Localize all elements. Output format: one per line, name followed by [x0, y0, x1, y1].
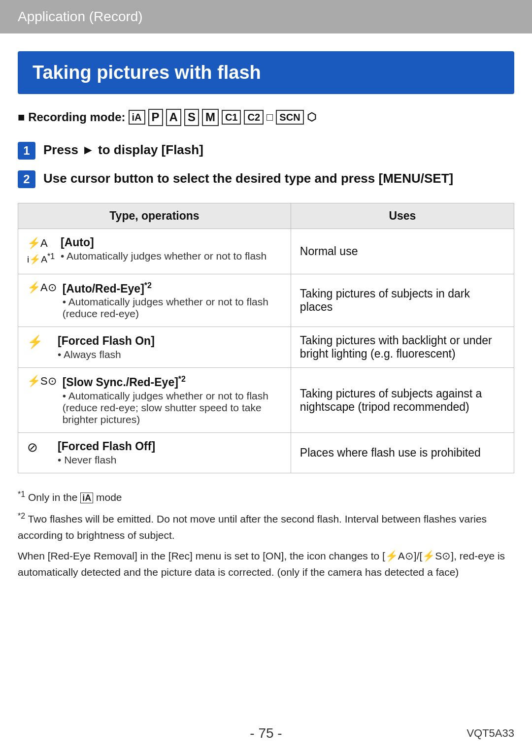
- flash-type-table: Type, operations Uses ⚡Ai⚡A*1 [Auto] • A…: [18, 203, 514, 473]
- flash-type-auto-desc: [Auto] • Automatically judges whether or…: [61, 236, 282, 262]
- flash-type-forced-on-desc: [Forced Flash On] • Always flash: [58, 334, 282, 361]
- table-cell-uses-auto: Normal use: [291, 229, 514, 274]
- mode-icon-c2: C2: [244, 110, 264, 125]
- recording-mode-line: ■ Recording mode: iA P A S M C1 C2 □ SCN…: [0, 109, 532, 141]
- table-cell-type: ⊘ [Forced Flash Off] • Never flash: [18, 433, 291, 473]
- footnote-3: When [Red-Eye Removal] in the [Rec] menu…: [18, 548, 514, 581]
- mode-icon-box-plain: □: [266, 111, 273, 124]
- table-cell-uses-slow-sync: Taking pictures of subjects against a ni…: [291, 368, 514, 433]
- table-header-uses: Uses: [291, 203, 514, 229]
- mode-icon-a: A: [166, 109, 181, 126]
- table-row: ⊘ [Forced Flash Off] • Never flash Place…: [18, 433, 514, 473]
- table-cell-type: ⚡ [Forced Flash On] • Always flash: [18, 327, 291, 368]
- table-cell-uses-auto-redeye: Taking pictures of subjects in dark plac…: [291, 274, 514, 327]
- flash-icon-slow-sync: ⚡S⊙: [27, 375, 57, 388]
- footnote-2: *2 Two flashes will be emitted. Do not m…: [18, 510, 514, 544]
- step-2-number: 2: [18, 170, 35, 188]
- footnotes-section: *1 Only in the iA mode *2 Two flashes wi…: [0, 488, 532, 581]
- step-2-text: Use cursor button to select the desired …: [43, 169, 453, 187]
- table-cell-uses-forced-off: Places where flash use is prohibited: [291, 433, 514, 473]
- page-number: - 75 -: [250, 725, 282, 741]
- mode-icon-scn: SCN: [276, 110, 303, 125]
- mode-icon-m: M: [202, 109, 219, 126]
- footnote-1: *1 Only in the iA mode: [18, 488, 514, 506]
- flash-icon-auto: ⚡Ai⚡A*1: [27, 236, 55, 267]
- page-header: Application (Record): [0, 0, 532, 33]
- table-cell-type: ⚡A⊙ [Auto/Red-Eye]*2 • Automatically jud…: [18, 274, 291, 327]
- mode-icon-p: P: [148, 109, 163, 126]
- table-row: ⚡Ai⚡A*1 [Auto] • Automatically judges wh…: [18, 229, 514, 274]
- table-row: ⚡S⊙ [Slow Sync./Red-Eye]*2 • Automatical…: [18, 368, 514, 433]
- flash-icon-forced-off: ⊘: [27, 440, 52, 455]
- step-1: 1 Press ► to display [Flash]: [18, 141, 514, 160]
- table-cell-type: ⚡S⊙ [Slow Sync./Red-Eye]*2 • Automatical…: [18, 368, 291, 433]
- mode-icon-custom: ⬡: [307, 111, 316, 124]
- page-footer: - 75 - VQT5A33: [0, 725, 532, 741]
- step-2: 2 Use cursor button to select the desire…: [18, 169, 514, 188]
- step-1-number: 1: [18, 142, 35, 160]
- table-cell-type: ⚡Ai⚡A*1 [Auto] • Automatically judges wh…: [18, 229, 291, 274]
- table-row: ⚡A⊙ [Auto/Red-Eye]*2 • Automatically jud…: [18, 274, 514, 327]
- mode-icon-ia: iA: [129, 110, 145, 125]
- document-code: VQT5A33: [466, 727, 514, 740]
- mode-icon-c1: C1: [222, 110, 241, 125]
- section-title-banner: Taking pictures with flash: [18, 51, 514, 94]
- flash-type-forced-off-desc: [Forced Flash Off] • Never flash: [58, 440, 282, 466]
- steps-container: 1 Press ► to display [Flash] 2 Use curso…: [0, 141, 532, 188]
- flash-type-slow-sync-desc: [Slow Sync./Red-Eye]*2 • Automatically j…: [63, 375, 282, 426]
- table-cell-uses-forced-on: Taking pictures with backlight or under …: [291, 327, 514, 368]
- section-title: Taking pictures with flash: [33, 62, 499, 83]
- flash-icon-auto-red-eye: ⚡A⊙: [27, 281, 57, 294]
- flash-icon-forced-on: ⚡: [27, 334, 52, 350]
- header-title: Application (Record): [18, 9, 143, 24]
- table-row: ⚡ [Forced Flash On] • Always flash Takin…: [18, 327, 514, 368]
- step-1-text: Press ► to display [Flash]: [43, 141, 203, 159]
- flash-type-auto-redeye-desc: [Auto/Red-Eye]*2 • Automatically judges …: [63, 281, 282, 320]
- mode-icon-s: S: [184, 109, 199, 126]
- recording-mode-label: ■ Recording mode:: [18, 110, 126, 124]
- table-header-type: Type, operations: [18, 203, 291, 229]
